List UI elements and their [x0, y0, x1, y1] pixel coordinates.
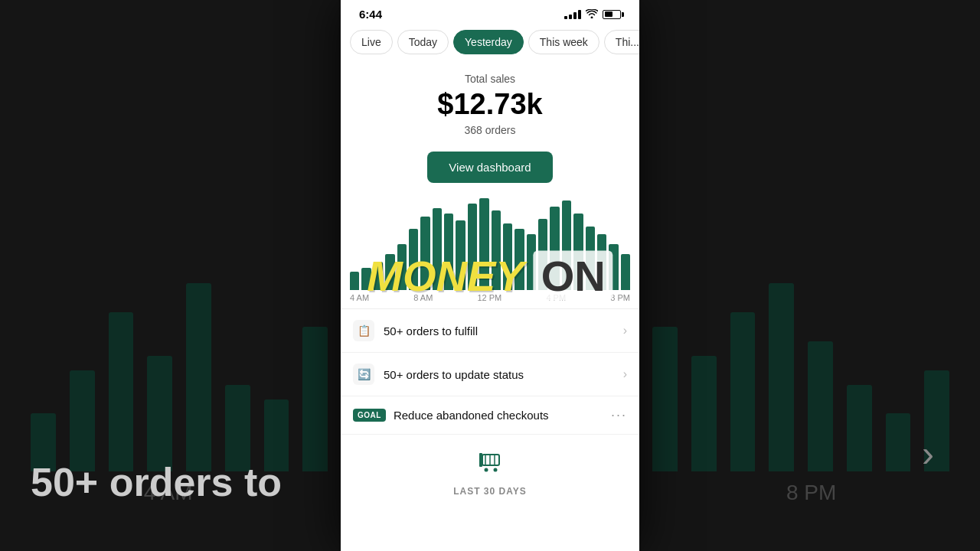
chart-bar	[597, 234, 606, 290]
x-label-8pm: 8 PM	[610, 293, 630, 302]
tab-live[interactable]: Live	[350, 30, 393, 54]
sales-orders: 368 orders	[356, 124, 624, 136]
bg-bar	[186, 283, 211, 471]
cart-icon	[476, 450, 504, 480]
chart-bar	[420, 217, 430, 290]
chart-bar	[586, 227, 595, 290]
main-content: Total sales $12.73k 368 orders View dash…	[341, 60, 639, 551]
bg-bar	[225, 385, 250, 471]
bg-bar	[769, 283, 794, 471]
status-chevron: ›	[623, 367, 627, 381]
bg-bar	[147, 356, 172, 471]
bg-text-orders: 50+ orders to	[31, 459, 282, 505]
chart-bar	[385, 254, 394, 290]
chart-bar	[538, 219, 547, 290]
chart-bar	[479, 198, 488, 290]
total-sales-label: Total sales	[356, 73, 624, 85]
wifi-icon	[586, 8, 598, 21]
bg-bar	[109, 312, 134, 471]
last30-label: LAST 30 DAYS	[453, 486, 527, 497]
status-icons	[564, 8, 621, 21]
list-item-status[interactable]: 🔄 50+ orders to update status ›	[341, 353, 639, 396]
status-icon: 🔄	[353, 364, 374, 385]
chart-bar	[374, 262, 383, 290]
chart-bar	[550, 207, 559, 290]
chart-x-labels: 4 AM 8 AM 12 PM 4 PM 8 PM	[350, 290, 630, 308]
fulfill-chevron: ›	[623, 324, 627, 337]
chart-bar	[456, 220, 465, 290]
chart-bar	[350, 272, 359, 290]
phone-panel: 6:44 Live Today Yes	[341, 0, 639, 551]
bg-bar	[808, 341, 833, 471]
goal-item[interactable]: GOAL Reduce abandoned checkouts ···	[341, 396, 639, 435]
bg-bar	[886, 413, 911, 471]
bg-bar	[652, 327, 678, 471]
list-item-fulfill[interactable]: 📋 50+ orders to fulfill ›	[341, 309, 639, 353]
tab-yesterday[interactable]: Yesterday	[453, 30, 524, 54]
tab-today[interactable]: Today	[397, 30, 449, 54]
x-label-4pm: 4 PM	[546, 293, 566, 302]
svg-point-5	[485, 468, 488, 472]
bg-bar	[70, 370, 95, 471]
chart-bar	[503, 223, 512, 290]
view-dashboard-button[interactable]: View dashboard	[427, 152, 552, 183]
signal-bar-2	[569, 15, 572, 19]
chart-bar	[468, 204, 477, 290]
chart-bar	[573, 214, 583, 290]
goal-badge: GOAL	[353, 409, 386, 422]
bg-bar	[847, 385, 872, 471]
status-time: 6:44	[359, 8, 382, 21]
signal-bar-1	[564, 16, 567, 19]
chart-bar	[409, 229, 418, 290]
signal-bar-3	[573, 12, 577, 19]
chart-bar	[492, 210, 501, 290]
chart-bar	[562, 201, 571, 290]
x-label-12pm: 12 PM	[477, 293, 501, 302]
signal-bars	[564, 10, 581, 19]
bg-bar	[302, 327, 328, 471]
chart-bar	[433, 208, 442, 290]
chart-bar	[609, 244, 618, 290]
bg-arrow: ›	[922, 432, 934, 474]
goal-more-button[interactable]: ···	[611, 407, 627, 423]
goal-text: Reduce abandoned checkouts	[394, 409, 611, 422]
chart-container: 4 AM 8 AM 12 PM 4 PM 8 PM	[341, 192, 639, 308]
bg-label-8pm: 8 PM	[786, 481, 836, 505]
status-text: 50+ orders to update status	[384, 368, 623, 381]
tab-this[interactable]: Thi...	[604, 30, 639, 54]
fulfill-text: 50+ orders to fulfill	[384, 324, 623, 337]
chart-bar	[527, 234, 536, 290]
sales-summary: Total sales $12.73k 368 orders	[341, 60, 639, 142]
list-section: 📋 50+ orders to fulfill › 🔄 50+ orders t…	[341, 308, 639, 396]
status-bar: 6:44	[341, 0, 639, 24]
bg-bar	[730, 312, 756, 471]
chart-bar	[397, 244, 407, 290]
chart-bar	[444, 214, 453, 290]
battery-fill	[605, 11, 612, 17]
bg-bar	[691, 356, 717, 471]
chart-bar	[361, 268, 371, 290]
chart-bars	[350, 198, 630, 290]
tab-bar: Live Today Yesterday This week Thi...	[341, 24, 639, 60]
sales-amount: $12.73k	[356, 88, 624, 121]
battery-icon	[603, 10, 621, 19]
x-label-8am: 8 AM	[413, 293, 433, 302]
chart-bar	[621, 254, 630, 290]
signal-bar-4	[578, 10, 581, 19]
svg-point-6	[494, 468, 498, 472]
chart-bar	[514, 229, 524, 290]
last30-section: LAST 30 DAYS	[341, 435, 639, 509]
fulfill-icon: 📋	[353, 320, 374, 341]
x-label-4am: 4 AM	[350, 293, 369, 302]
tab-this-week[interactable]: This week	[528, 30, 599, 54]
